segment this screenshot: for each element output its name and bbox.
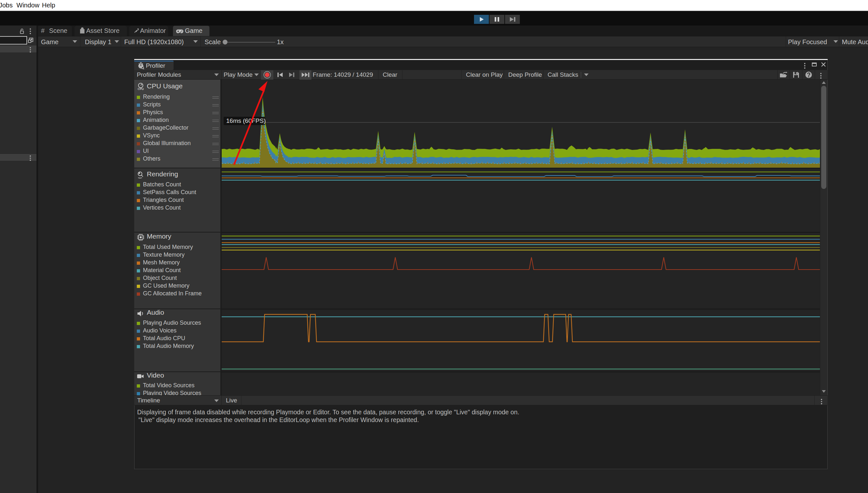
svg-text:CPU: CPU xyxy=(138,87,144,90)
